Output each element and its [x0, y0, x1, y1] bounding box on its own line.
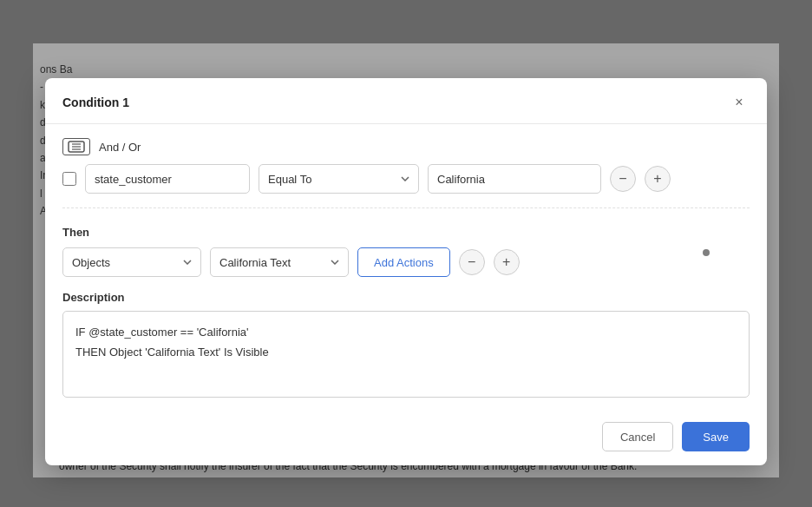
description-line2: THEN Object 'California Text' Is Visible [75, 342, 737, 362]
condition-field-input[interactable] [85, 164, 250, 194]
condition-row: Equal ToNot Equal ToContainsDoes Not Con… [62, 164, 750, 208]
condition-minus-button[interactable]: − [610, 166, 636, 192]
then-row: ObjectsFieldsSections California TextOth… [62, 247, 750, 277]
and-or-row: And / Or [62, 138, 750, 155]
modal-body: And / Or Equal ToNot Equal ToContainsDoe… [45, 124, 767, 412]
then-object-select[interactable]: ObjectsFieldsSections [62, 247, 201, 277]
modal-footer: Cancel Save [45, 412, 767, 465]
condition-modal: Condition 1 × And / Or Equal ToNot Equal… [45, 78, 767, 465]
then-plus-button[interactable]: + [494, 249, 520, 275]
modal-header: Condition 1 × [45, 78, 767, 124]
then-minus-button[interactable]: − [459, 249, 485, 275]
condition-operator-select[interactable]: Equal ToNot Equal ToContainsDoes Not Con… [259, 164, 419, 194]
description-box: IF @state_customer == 'California' THEN … [62, 311, 750, 398]
condition-value-input[interactable] [428, 164, 601, 194]
save-button[interactable]: Save [682, 422, 750, 451]
close-button[interactable]: × [729, 92, 750, 113]
condition-plus-button[interactable]: + [645, 166, 671, 192]
modal-title: Condition 1 [62, 95, 129, 109]
description-label: Description [62, 291, 750, 304]
add-actions-button[interactable]: Add Actions [357, 247, 450, 277]
and-or-icon [62, 138, 90, 155]
then-action-select[interactable]: California TextOther Text [210, 247, 349, 277]
then-label: Then [62, 226, 750, 239]
cancel-button[interactable]: Cancel [602, 422, 673, 451]
and-or-label: And / Or [99, 141, 141, 154]
description-line1: IF @state_customer == 'California' [75, 322, 737, 342]
condition-checkbox[interactable] [62, 172, 76, 186]
